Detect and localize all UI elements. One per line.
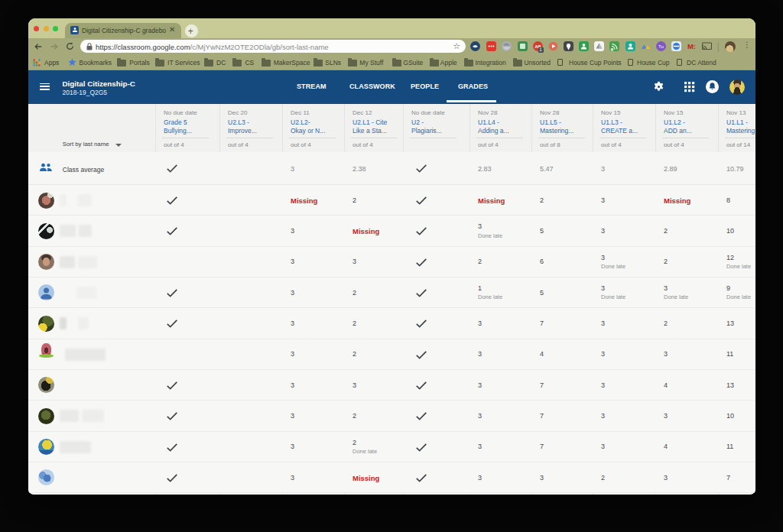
svg-text:M:: M:: [687, 42, 695, 50]
svg-text:Tu: Tu: [658, 44, 664, 49]
